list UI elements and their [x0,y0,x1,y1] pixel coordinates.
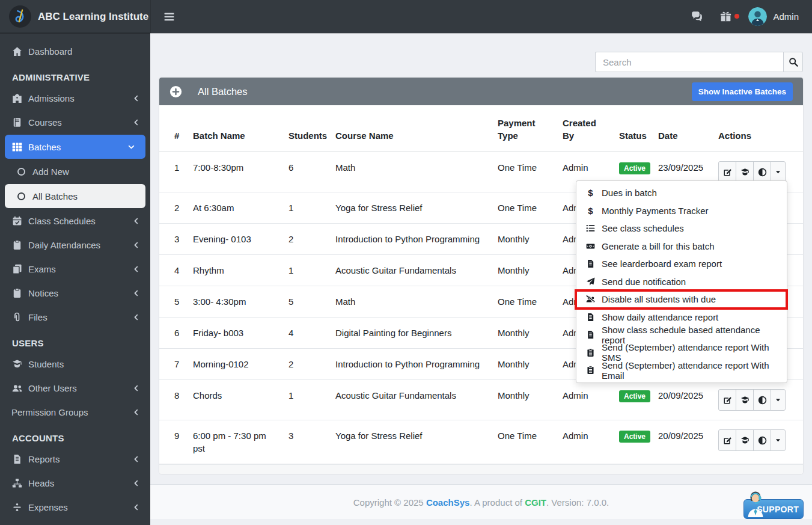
search-bar [159,52,803,72]
toggle-status-button[interactable] [753,429,771,451]
caret-down-icon [775,437,781,444]
sidebar-item-add-new[interactable]: Add New [0,159,150,183]
edit-button[interactable] [718,429,736,451]
dropdown-item-monthly-payments-tracker[interactable]: $Monthly Payments Tracker [576,202,787,220]
footer: Copyright © 2025 CoachSys. A product of … [150,484,812,519]
dropdown-item-generate-a-bill-for-this-batch[interactable]: Generate a bill for this batch [576,238,787,256]
dropdown-item-disable-all-students-with-due[interactable]: Disable all students with due [576,290,787,309]
students-button[interactable] [736,389,754,411]
dropdown-item-see-class-schedules[interactable]: See class schedules [576,220,787,238]
support-agent-icon [743,490,768,518]
students-button[interactable] [736,161,754,183]
calendar-check-icon [11,216,23,226]
chat-icon[interactable] [691,11,703,22]
chevron-left-icon [133,504,139,511]
support-button[interactable]: SUPPORT [743,499,804,519]
students-button[interactable] [736,429,754,451]
sidebar-item-admissions[interactable]: Admissions [0,86,150,110]
cell-num: 2 [159,192,193,224]
more-actions-button[interactable] [771,429,786,451]
table-row: 8 Chords 1 Acoustic Guitar Fundamentals … [159,380,803,420]
sidebar-item-files[interactable]: Files [0,305,150,329]
cell-payment-type: One Time [498,192,563,224]
search-button[interactable] [783,52,803,72]
dropdown-item-show-daily-attendance-report[interactable]: Show daily attendance report [576,309,787,327]
dropdown-item-show-class-schedule-based-attendance-report[interactable]: Show class schedule based attendance rep… [576,326,787,344]
more-actions-button[interactable] [771,389,786,411]
cell-batch-name: Rhythm [193,255,288,286]
gift-icon[interactable] [719,11,732,22]
copyright-text: Copyright © 2025 [353,497,426,508]
sidebar-toggle-bars-icon[interactable] [163,12,175,22]
cell-num: 7 [159,349,193,380]
cell-payment-type: Monthly [498,318,563,349]
sidebar-item-other-users[interactable]: Other Users [0,376,150,400]
status-badge: Active [619,390,650,402]
circle-icon [16,191,27,201]
cell-course-name: Math [335,152,498,192]
cell-course-name: Acoustic Guitar Fundamentals [335,380,498,420]
cell-payment-type: Monthly [498,380,563,420]
cell-batch-name: Chords [193,380,288,420]
sidebar-item-reports[interactable]: Reports [0,447,150,471]
sidebar-item-heads[interactable]: Heads [0,471,150,495]
cell-num: 6 [159,318,193,349]
sidebar-item-dashboard[interactable]: Dashboard [0,39,150,63]
dropdown-item-send-september-attendance-report-with-sms[interactable]: Send (September) attendance report With … [576,344,787,362]
avatar [748,7,767,26]
toggle-status-button[interactable] [753,389,771,411]
cell-batch-name: Evening- 0103 [193,224,288,255]
dropdown-item-see-learderboard-exam-report[interactable]: See learderboard exam report [576,255,787,273]
caret-down-icon [775,397,781,404]
dropdown-item-send-due-notification[interactable]: Send due notification [576,273,787,291]
dropdown-item-dues-in-batch[interactable]: $Dues in batch [576,184,787,202]
sidebar-item-students[interactable]: Students [0,352,150,376]
sidebar-item-exams[interactable]: Exams [0,257,150,281]
cell-batch-name: At 6:30am [193,192,288,224]
cell-created-by: Admin [563,420,619,464]
sidebar-item-batches[interactable]: Batches [5,135,145,159]
edit-button[interactable] [718,161,736,183]
sidebar-item-courses[interactable]: Courses [0,110,150,134]
search-input[interactable] [595,52,783,72]
column-header-num: # [159,105,193,152]
add-batch-button[interactable] [169,85,182,98]
graduate-icon [740,168,749,177]
cell-num: 5 [159,286,193,318]
sidebar-item-class-schedules[interactable]: Class Schedules [0,209,150,233]
cell-batch-name: 7:00-8:30pm [193,152,288,192]
cell-date: 20/09/2025 [658,380,718,420]
brand-title: ABC Learning Institute [38,11,148,23]
clipboard-icon [11,288,23,298]
user-menu[interactable]: Admin [748,7,799,26]
toggle-status-button[interactable] [753,161,771,183]
column-header-students: Students [288,105,335,152]
toggle-icon [758,168,767,177]
version-text: . Version: 7.0.0. [546,497,609,508]
coachsys-link[interactable]: CoachSys [426,497,470,508]
cell-course-name: Introduction to Python Programming [335,349,498,380]
panel-title: All Batches [198,86,248,97]
sidebar-item-daily-attendances[interactable]: Daily Attendances [0,233,150,257]
clipboard-icon [11,240,23,250]
cgit-link[interactable]: CGIT [525,497,546,508]
column-header-status: Status [619,105,658,152]
status-badge: Active [619,162,650,174]
row-actions-dropdown: $Dues in batch$Monthly Payments TrackerS… [576,180,787,383]
column-header-payment-type: Payment Type [498,105,563,152]
more-actions-button[interactable] [771,161,786,183]
cell-num: 1 [159,152,193,192]
sidebar-item-permission-groups[interactable]: Permission Groups [0,400,150,424]
sidebar-item-expenses[interactable]: Expenses [0,495,150,519]
circle-icon [16,167,27,177]
brand[interactable]: ABC Learning Institute [0,0,150,33]
chevron-left-icon [133,119,139,126]
edit-button[interactable] [718,389,736,411]
dropdown-item-send-september-attendance-report-with-email[interactable]: Send (September) attendance report With … [576,361,787,379]
graduate-icon [740,396,749,405]
brand-logo-icon [9,5,31,28]
show-inactive-batches-button[interactable]: Show Inactive Batches [692,82,793,101]
sidebar-item-notices[interactable]: Notices [0,281,150,305]
book-icon [11,117,23,127]
sidebar-item-all-batches[interactable]: All Batches [5,184,145,208]
